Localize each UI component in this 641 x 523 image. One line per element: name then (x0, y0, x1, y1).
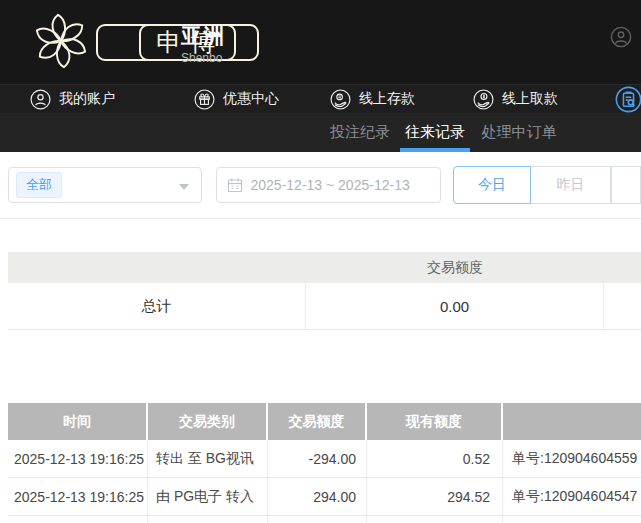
nav-item-withdraw[interactable]: 线上取款 (473, 85, 558, 113)
tab-betting-records[interactable]: 投注纪录 (325, 113, 395, 152)
nav-item-label: 我的账户 (59, 90, 115, 108)
column-header-remark (503, 403, 641, 440)
cell-amount: -294.00 (268, 440, 367, 477)
tab-label: 处理中订单 (482, 123, 557, 142)
column-header-type: 交易类别 (148, 403, 268, 440)
quick-button-stub[interactable] (611, 166, 641, 204)
tab-pending-orders[interactable]: 处理中订单 (478, 113, 560, 152)
deposit-icon (330, 89, 351, 110)
transactions-table: 时间 交易类别 交易额度 现有额度 2025-12-13 19:16:25 转出… (8, 403, 641, 523)
brand-region: 亚洲 (181, 22, 225, 50)
table-row-partial (8, 516, 641, 523)
summary-table: 交易额度 总计 0.00 (8, 252, 641, 330)
tab-transfer-records[interactable]: 往来记录 (400, 113, 470, 152)
nav-item-label: 优惠中心 (223, 90, 279, 108)
cell-balance: 0.52 (367, 440, 503, 477)
summary-total-row: 总计 0.00 (8, 283, 641, 330)
records-icon[interactable] (615, 86, 641, 113)
date-range-input[interactable]: 2025-12-13 ~ 2025-12-13 (216, 167, 441, 203)
gift-icon (194, 89, 215, 110)
cell-time: 2025-12-13 19:16:25 (8, 440, 148, 477)
brand-subtitle: Shenbo (181, 51, 225, 65)
summary-total-label: 总计 (8, 283, 306, 329)
summary-header-row: 交易额度 (8, 252, 641, 283)
summary-total-value: 0.00 (306, 283, 604, 329)
type-select[interactable]: 全部 (8, 167, 202, 203)
calendar-icon (227, 177, 243, 193)
tab-label: 投注纪录 (330, 123, 390, 142)
cell-balance: 294.52 (367, 478, 503, 515)
column-header-balance: 现有额度 (367, 403, 503, 440)
yesterday-button[interactable]: 昨日 (531, 166, 611, 204)
caret-down-icon (179, 184, 189, 190)
table-row: 2025-12-13 19:16:25 转出 至 BG视讯 -294.00 0.… (8, 440, 641, 478)
date-range-value: 2025-12-13 ~ 2025-12-13 (251, 177, 410, 193)
nav-item-promotions[interactable]: 优惠中心 (194, 85, 279, 113)
user-icon (30, 89, 51, 110)
cell-amount: 294.00 (268, 478, 367, 515)
nav-item-label: 线上取款 (502, 90, 558, 108)
tab-bar: 投注纪录 往来记录 处理中订单 (0, 113, 641, 152)
brand-text: 亚洲 Shenbo (181, 22, 225, 65)
site-header: 申 博 亚洲 Shenbo (0, 0, 641, 84)
withdraw-icon (473, 89, 494, 110)
nav-item-my-account[interactable]: 我的账户 (30, 85, 115, 113)
nav-item-label: 线上存款 (359, 90, 415, 108)
filter-bar: 全部 2025-12-13 ~ 2025-12-13 今日 昨日 (0, 152, 641, 219)
main-nav: 我的账户 优惠中心 线上存款 线上取款 (0, 84, 641, 113)
quick-date-buttons: 今日 昨日 (453, 166, 641, 204)
nav-item-deposit[interactable]: 线上存款 (330, 85, 415, 113)
summary-header-amount: 交易额度 (306, 259, 604, 277)
type-select-tag[interactable]: 全部 (16, 172, 62, 198)
tab-label: 往来记录 (405, 123, 465, 142)
table-row: 2025-12-13 19:16:25 由 PG电子 转入 294.00 294… (8, 478, 641, 516)
cell-type: 转出 至 BG视讯 (148, 440, 268, 477)
column-header-amount: 交易额度 (268, 403, 367, 440)
transaction-records-page: { "brand": { "logo_char_1": "申", "logo_c… (0, 0, 641, 523)
cell-time: 2025-12-13 19:16:25 (8, 478, 148, 515)
today-button[interactable]: 今日 (453, 166, 531, 204)
cell-remark: 单号:120904604547 (503, 478, 641, 515)
cell-remark: 单号:120904604559 (503, 440, 641, 477)
avatar-icon[interactable] (610, 26, 632, 48)
brand-flower-icon (30, 10, 92, 72)
column-header-time: 时间 (8, 403, 148, 440)
transactions-header-row: 时间 交易类别 交易额度 现有额度 (8, 403, 641, 440)
cell-type: 由 PG电子 转入 (148, 478, 268, 515)
